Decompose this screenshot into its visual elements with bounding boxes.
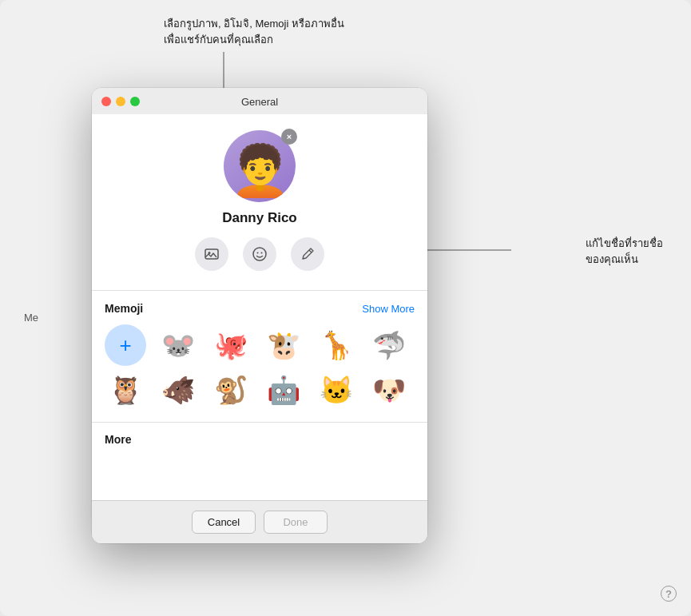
action-buttons	[195, 237, 324, 271]
maximize-button[interactable]	[130, 97, 140, 106]
edit-button[interactable]	[291, 237, 324, 271]
memoji-section-header: Memoji Show More	[105, 302, 415, 315]
profile-section: 🧑‍🦱 × Danny Rico	[92, 114, 427, 290]
cancel-button[interactable]: Cancel	[192, 511, 256, 534]
memoji-mouse[interactable]: 🐭	[157, 324, 199, 366]
modal-content: 🧑‍🦱 × Danny Rico	[92, 114, 427, 500]
memoji-cat[interactable]: 🐱	[316, 369, 357, 411]
minimize-button[interactable]	[116, 97, 125, 106]
help-icon[interactable]: ?	[661, 586, 677, 602]
emoji-button[interactable]	[243, 237, 276, 271]
memoji-owl[interactable]: 🦉	[105, 369, 146, 411]
close-button[interactable]	[101, 97, 111, 106]
memoji-boar[interactable]: 🐗	[157, 369, 199, 411]
avatar-close-button[interactable]: ×	[281, 129, 297, 145]
more-section: More	[92, 423, 427, 459]
modal-footer: Cancel Done	[92, 500, 427, 543]
memoji-giraffe[interactable]: 🦒	[316, 324, 357, 366]
memoji-dog[interactable]: 🐶	[368, 369, 410, 411]
show-more-button[interactable]: Show More	[362, 303, 415, 315]
add-memoji-button[interactable]: +	[105, 324, 146, 366]
emoji-grid-row1: + 🐭 🐙 🐮 🦒 🦈	[105, 324, 415, 366]
sidebar-me-label: Me	[24, 312, 38, 324]
modal-window: General 🧑‍🦱 × Danny Rico	[92, 88, 427, 543]
title-bar: General	[92, 88, 427, 114]
svg-point-7	[257, 252, 259, 254]
memoji-shark[interactable]: 🦈	[368, 324, 410, 366]
more-title: More	[105, 433, 131, 446]
avatar-container: 🧑‍🦱 ×	[224, 130, 296, 202]
avatar-memoji: 🧑‍🦱	[229, 142, 291, 200]
window-title: General	[241, 96, 278, 108]
memoji-monkey[interactable]: 🐒	[210, 369, 252, 411]
svg-point-6	[253, 248, 266, 260]
svg-point-8	[261, 252, 263, 254]
memoji-robot[interactable]: 🤖	[263, 369, 304, 411]
callout-top: เลือกรูปภาพ, อิโมจิ, Memoji หรือภาพอื่น …	[164, 16, 344, 47]
memoji-octopus[interactable]: 🐙	[210, 324, 252, 366]
traffic-lights	[101, 97, 140, 106]
memoji-cow[interactable]: 🐮	[263, 324, 304, 366]
photos-button[interactable]	[195, 237, 228, 271]
user-name: Danny Rico	[222, 210, 297, 226]
callout-right: แก้ไขชื่อที่รายชื่อ ของคุณเห็น	[586, 236, 663, 267]
done-button[interactable]: Done	[264, 511, 328, 534]
memoji-section: Memoji Show More + 🐭 🐙 🐮 🦒 🦈 🦉 🐗 🐒 🤖 🐱 🐶	[92, 291, 427, 422]
emoji-grid-row2: 🦉 🐗 🐒 🤖 🐱 🐶	[105, 369, 415, 411]
memoji-title: Memoji	[105, 302, 143, 315]
